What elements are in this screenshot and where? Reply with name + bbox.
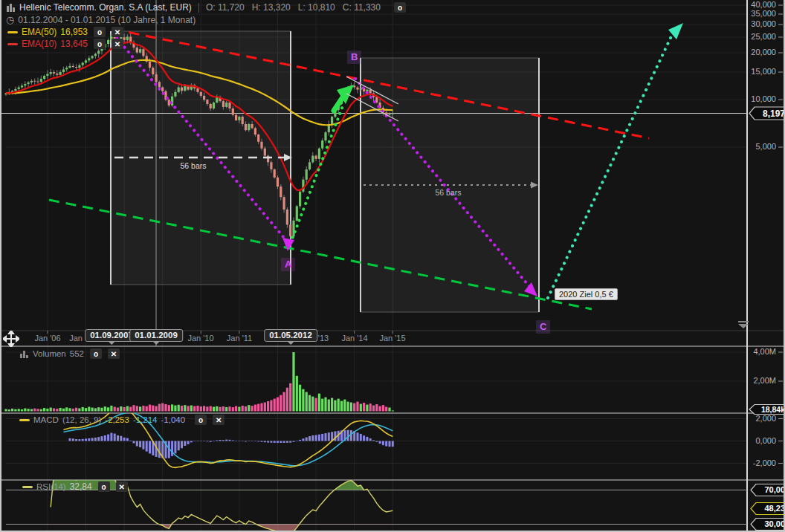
axis-tick-label: 35,000 [746,9,776,18]
volume-remove-button[interactable]: ✕ [108,348,120,359]
divider [198,3,199,13]
ema10-value: 13,645 [60,39,88,49]
axis-tick-label: 2,00M [746,376,776,385]
price-target-label[interactable]: 2020 Ziel 0,5 € [555,288,618,300]
macd-value: -2,253 [105,415,129,424]
legend-ema10: EMA(10) 13,645 o ✕ [7,39,123,49]
axis-value-tag-text: 18,84k [761,405,785,414]
date-marker-callout[interactable]: 01.01.2009 [129,329,183,342]
ema50-swatch-icon [7,31,18,33]
volume-settings-button[interactable]: o [90,348,102,359]
rsi-remove-button[interactable]: ✕ [116,481,128,492]
time-axis-label: Jan '11 [227,334,252,343]
volume-label: Volumen [33,349,66,358]
macd-header: MACD (12, 26, 9) -2,253-1,214-1,040 o ✕ [19,415,224,425]
breakout-arrow[interactable] [334,85,354,111]
wave-label-c[interactable]: C [536,320,550,334]
macd-value: -1,214 [133,415,158,424]
axis-tick-label: 20,000 [746,48,776,56]
macd-remove-button[interactable]: ✕ [213,415,224,425]
time-axis-label: Jan '15 [379,334,405,343]
ohlc-values: O: 11,720H: 13,320L: 10,810C: 11,330 [206,2,388,13]
ohlc-item: L: 10,810 [298,2,335,13]
chart-type-icon [6,3,16,12]
macd-settings-button[interactable]: o [195,415,207,425]
macd-values: -2,253-1,214-1,040 [105,415,189,425]
axis-tick-label: 25,000 [746,32,776,41]
bars-count-label-1: 56 bars [180,161,206,170]
axis-value-tag-text: 8,197 [763,108,785,119]
rsi-value: 32,84 [70,481,92,492]
axis-tick-label: 30,000 [746,19,776,28]
rsi-settings-button[interactable]: o [98,481,110,492]
time-axis-label: Jan '14 [341,334,367,343]
date-range: 01.12.2004 - 01.01.2015 (10 Jahre, 1 Mon… [18,15,196,25]
ema50-settings-button[interactable]: o [94,27,106,37]
axis-tick-label: 5,000 [746,142,776,151]
axis-tick-label: 40,000 [746,0,776,9]
rsi-series [51,467,392,532]
macd-value: -1,040 [161,415,186,424]
axis-value-tag-text: 70,00 [764,485,785,494]
clock-icon: ◷ [6,14,14,25]
symbol-settings-button[interactable]: o [394,2,406,13]
ema10-label: EMA(10) [22,39,56,49]
macd-label: MACD [33,415,59,424]
macd-swatch-icon [19,419,30,421]
ohlc-item: H: 13,320 [252,2,291,13]
symbol-header: Hellenic Telecomm. Organ. S.A (Last, EUR… [6,2,406,13]
bars-count-label-2: 56 bars [435,188,461,197]
move-tool-icon[interactable] [3,331,19,347]
axis-tick-label: 2,000 [746,414,776,423]
symbol-title: Hellenic Telecomm. Organ. S.A (Last, EUR… [19,2,192,13]
wave-label-a[interactable]: A [281,258,295,271]
chart-canvas[interactable]: 8,19718,84k70,0048,2330,00 [1,0,785,532]
volume-value: 552 [70,349,84,358]
ema50-value: 16,953 [60,27,88,37]
ema10-settings-button[interactable]: o [94,39,106,49]
ohlc-item: O: 11,720 [206,2,245,13]
ema50-remove-button[interactable]: ✕ [112,27,123,37]
time-axis-label: Jan [69,334,83,343]
legend-ema50: EMA(50) 16,953 o ✕ [7,27,123,37]
wave-label-b[interactable]: B [347,51,361,64]
date-marker-callout[interactable]: 01.05.2012 [264,329,317,342]
rsi-swatch-icon [22,486,33,488]
axis-collapse-icon[interactable] [737,321,750,328]
time-axis-label: Jan '10 [187,334,213,343]
ema10-remove-button[interactable]: ✕ [112,39,123,49]
volume-header: Volumen 552 o ✕ [19,348,120,359]
axis-value-tag-text: 30,00 [764,519,785,528]
axis-tick-label: 4,00M [746,347,776,356]
charting-window: 8,19718,84k70,0048,2330,00 Hellenic Tele… [0,0,785,532]
ohlc-item: C: 11,330 [343,2,381,13]
rsi-header: RSI(14) 32,84 o ✕ [22,481,128,492]
range-header: ◷ 01.12.2004 - 01.01.2015 (10 Jahre, 1 M… [6,14,196,25]
axis-tick-label: -2,000 [746,458,776,467]
ema10-swatch-icon [7,43,18,45]
macd-params: (12, 26, 9) [62,415,101,424]
axis-tick-label: 15,000 [746,67,776,76]
time-axis-label: '13 [318,334,329,343]
axis-tick-label: 0,000 [746,436,776,445]
rsi-label: RSI(14) [36,482,66,491]
volume-series [4,352,394,412]
axis-tick-label: 10,000 [746,94,776,103]
volume-icon [19,350,29,358]
ema50-label: EMA(50) [22,27,56,37]
time-axis-label: Jan '06 [34,334,60,343]
axis-value-tag-text: 48,23 [764,504,785,513]
